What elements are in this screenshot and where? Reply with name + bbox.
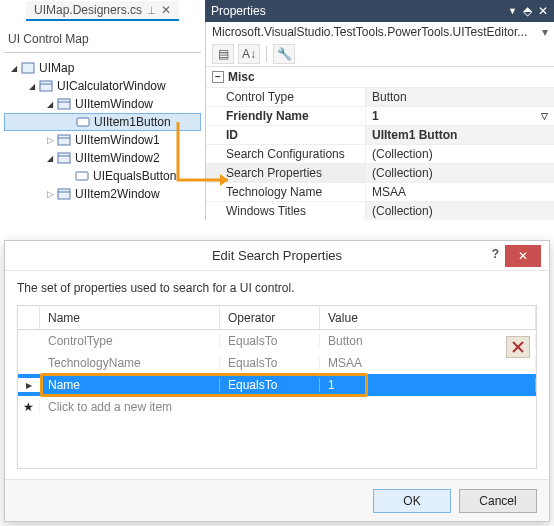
delete-row-button[interactable] bbox=[506, 336, 530, 358]
window-icon bbox=[56, 97, 72, 111]
svg-rect-0 bbox=[22, 63, 34, 73]
expand-icon[interactable] bbox=[44, 189, 56, 199]
expand-icon[interactable] bbox=[44, 154, 56, 163]
cancel-button[interactable]: Cancel bbox=[459, 489, 537, 513]
property-grid[interactable]: Control TypeButton Friendly Name1▽ IDUII… bbox=[206, 87, 554, 220]
separator bbox=[266, 46, 267, 62]
object-name: Microsoft.VisualStudio.TestTools.PowerTo… bbox=[212, 25, 527, 39]
svg-rect-1 bbox=[40, 81, 52, 91]
col-value[interactable]: Value bbox=[320, 306, 536, 329]
alphabetical-button[interactable]: A↓ bbox=[238, 44, 260, 64]
search-properties-grid[interactable]: Name Operator Value ControlType EqualsTo… bbox=[17, 305, 537, 469]
svg-rect-10 bbox=[76, 172, 88, 180]
tree-node-uimap[interactable]: UIMap bbox=[4, 59, 201, 77]
grid-row[interactable]: ControlType EqualsTo Button bbox=[18, 330, 536, 352]
svg-rect-11 bbox=[58, 189, 70, 199]
prop-windows-titles[interactable]: Windows Titles(Collection) bbox=[206, 201, 554, 220]
categorized-button[interactable]: ▤ bbox=[212, 44, 234, 64]
tree-node-itemwindow2[interactable]: UIItemWindow2 bbox=[4, 149, 201, 167]
help-button[interactable]: ? bbox=[492, 247, 499, 261]
svg-rect-6 bbox=[58, 135, 70, 145]
window-icon bbox=[56, 187, 72, 201]
tree-node-item2window[interactable]: UIItem2Window bbox=[4, 185, 201, 203]
collapse-icon[interactable]: − bbox=[212, 71, 224, 83]
prop-search-configurations[interactable]: Search Configurations(Collection) bbox=[206, 144, 554, 163]
expand-icon[interactable] bbox=[26, 82, 38, 91]
svg-rect-5 bbox=[77, 118, 89, 126]
grid-row-selected[interactable]: ▸ Name EqualsTo 1 bbox=[18, 374, 536, 396]
pin-icon[interactable]: ⬘ bbox=[523, 4, 532, 18]
tree-node-calculator[interactable]: UICalculatorWindow bbox=[4, 77, 201, 95]
prop-id[interactable]: IDUIItem1 Button bbox=[206, 125, 554, 144]
properties-title: Properties bbox=[211, 4, 266, 18]
prop-friendly-name[interactable]: Friendly Name1▽ bbox=[206, 106, 554, 125]
expand-icon[interactable] bbox=[8, 64, 20, 73]
ok-button[interactable]: OK bbox=[373, 489, 451, 513]
property-pages-button[interactable]: 🔧 bbox=[273, 44, 295, 64]
chevron-down-icon[interactable]: ▽ bbox=[541, 111, 548, 121]
tree-node-itemwindow1[interactable]: UIItemWindow1 bbox=[4, 131, 201, 149]
row-selector-header bbox=[18, 306, 40, 329]
dialog-description: The set of properties used to search for… bbox=[17, 281, 537, 295]
prop-control-type[interactable]: Control TypeButton bbox=[206, 87, 554, 106]
grid-new-row[interactable]: ★ Click to add a new item bbox=[18, 396, 536, 418]
close-panel-icon[interactable]: ✕ bbox=[538, 4, 548, 18]
editor-tab[interactable]: UIMap.Designers.cs ⟂ ✕ bbox=[26, 1, 179, 21]
prop-technology-name[interactable]: Technology NameMSAA bbox=[206, 182, 554, 201]
object-selector[interactable]: Microsoft.VisualStudio.TestTools.PowerTo… bbox=[206, 22, 554, 42]
window-icon bbox=[38, 79, 54, 93]
tab-filename: UIMap.Designers.cs bbox=[34, 3, 142, 17]
button-icon bbox=[74, 169, 90, 183]
close-tab-icon[interactable]: ✕ bbox=[161, 3, 171, 17]
tree-node-item1button[interactable]: UIItem1Button bbox=[4, 113, 201, 131]
prop-search-properties[interactable]: Search Properties(Collection) bbox=[206, 163, 554, 182]
col-operator[interactable]: Operator bbox=[220, 306, 320, 329]
window-icon bbox=[56, 151, 72, 165]
expand-icon[interactable] bbox=[44, 135, 56, 145]
dialog-title: Edit Search Properties bbox=[212, 248, 342, 263]
map-icon bbox=[20, 61, 36, 75]
tree-node-itemwindow[interactable]: UIItemWindow bbox=[4, 95, 201, 113]
properties-header: Properties ▼ ⬘ ✕ bbox=[205, 0, 554, 22]
window-menu-icon[interactable]: ▼ bbox=[508, 6, 517, 16]
pin-icon[interactable]: ⟂ bbox=[148, 3, 155, 17]
chevron-down-icon[interactable]: ▾ bbox=[542, 25, 548, 39]
ui-control-map-title: UI Control Map bbox=[4, 28, 201, 53]
star-icon: ★ bbox=[23, 400, 34, 414]
window-icon bbox=[56, 133, 72, 147]
expand-icon[interactable] bbox=[44, 100, 56, 109]
button-icon bbox=[75, 115, 91, 129]
col-name[interactable]: Name bbox=[40, 306, 220, 329]
tree-node-equalsbutton[interactable]: UIEqualsButton bbox=[4, 167, 201, 185]
category-misc[interactable]: − Misc bbox=[206, 67, 554, 87]
close-button[interactable]: ✕ bbox=[505, 245, 541, 267]
grid-row[interactable]: TechnologyName EqualsTo MSAA bbox=[18, 352, 536, 374]
tree-view[interactable]: UIMap UICalculatorWindow UIItemWindow UI… bbox=[4, 59, 201, 203]
svg-rect-3 bbox=[58, 99, 70, 109]
svg-rect-8 bbox=[58, 153, 70, 163]
edit-search-properties-dialog: Edit Search Properties ? ✕ The set of pr… bbox=[4, 240, 550, 522]
